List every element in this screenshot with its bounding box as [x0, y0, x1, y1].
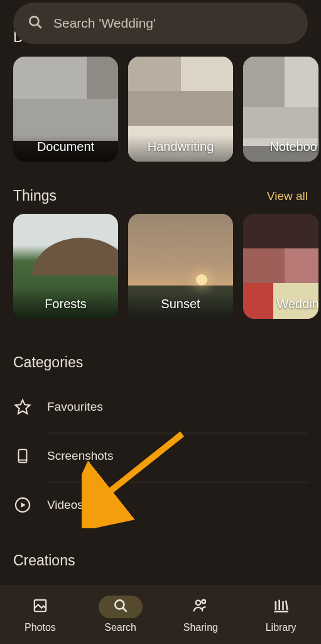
search-icon: [112, 597, 129, 616]
things-row: Forests Sunset Wedding: [13, 214, 321, 319]
notebook-card[interactable]: Notebook: [243, 57, 318, 162]
document-card[interactable]: Document: [13, 57, 118, 162]
document-label: Document: [37, 140, 94, 154]
nav-library-label: Library: [266, 622, 297, 633]
nav-library[interactable]: Library: [241, 596, 321, 633]
svg-line-11: [122, 608, 126, 611]
divider: [47, 482, 308, 482]
handwriting-label: Handwriting: [148, 140, 214, 154]
svg-point-0: [30, 16, 38, 25]
search-icon: [27, 14, 43, 33]
notebook-label: Notebook: [269, 140, 318, 154]
categories-list: Favourites Screenshots Videos: [13, 382, 308, 530]
videos-item[interactable]: Videos: [13, 480, 308, 530]
svg-marker-2: [16, 400, 30, 414]
svg-point-12: [196, 601, 200, 605]
categories-title: Categories: [0, 354, 96, 371]
screenshots-item[interactable]: Screenshots: [13, 431, 308, 480]
nav-photos-label: Photos: [24, 622, 56, 633]
nav-search-label: Search: [104, 622, 136, 633]
play-circle-icon: [13, 496, 32, 514]
nav-search[interactable]: Search: [80, 596, 161, 633]
forests-label: Forests: [45, 297, 87, 311]
search-bar[interactable]: Search 'Wedding': [13, 3, 308, 44]
nav-sharing-label: Sharing: [183, 622, 218, 633]
favourites-label: Favourites: [47, 400, 103, 414]
sharing-icon: [192, 597, 209, 617]
nav-photos[interactable]: Photos: [0, 596, 80, 633]
favourites-item[interactable]: Favourites: [13, 382, 308, 431]
svg-line-1: [37, 24, 41, 28]
wedding-label: Wedding: [276, 297, 318, 311]
svg-point-13: [202, 600, 206, 604]
library-icon: [272, 597, 290, 617]
screenshot-icon: [13, 448, 32, 464]
svg-marker-6: [21, 502, 26, 508]
screenshots-label: Screenshots: [47, 449, 114, 463]
wedding-card[interactable]: Wedding: [243, 214, 318, 319]
photos-icon: [32, 597, 48, 616]
creations-title: Creations: [0, 552, 88, 569]
things-header: Things View all: [0, 187, 321, 204]
handwriting-card[interactable]: Handwriting: [128, 57, 233, 162]
videos-label: Videos: [47, 498, 84, 512]
divider: [47, 433, 308, 433]
forests-card[interactable]: Forests: [13, 214, 118, 319]
view-all-link[interactable]: View all: [267, 189, 308, 203]
svg-line-17: [286, 601, 287, 610]
star-icon: [13, 398, 32, 416]
nav-sharing[interactable]: Sharing: [161, 596, 241, 633]
search-placeholder: Search 'Wedding': [53, 16, 156, 31]
things-title: Things: [13, 187, 57, 204]
sunset-card[interactable]: Sunset: [128, 214, 233, 319]
svg-point-10: [115, 600, 124, 609]
sunset-label: Sunset: [161, 297, 200, 311]
svg-rect-9: [35, 600, 46, 611]
bottom-nav: Photos Search Sharing: [0, 585, 321, 644]
documents-row: Document Handwriting Notebook: [13, 57, 321, 162]
